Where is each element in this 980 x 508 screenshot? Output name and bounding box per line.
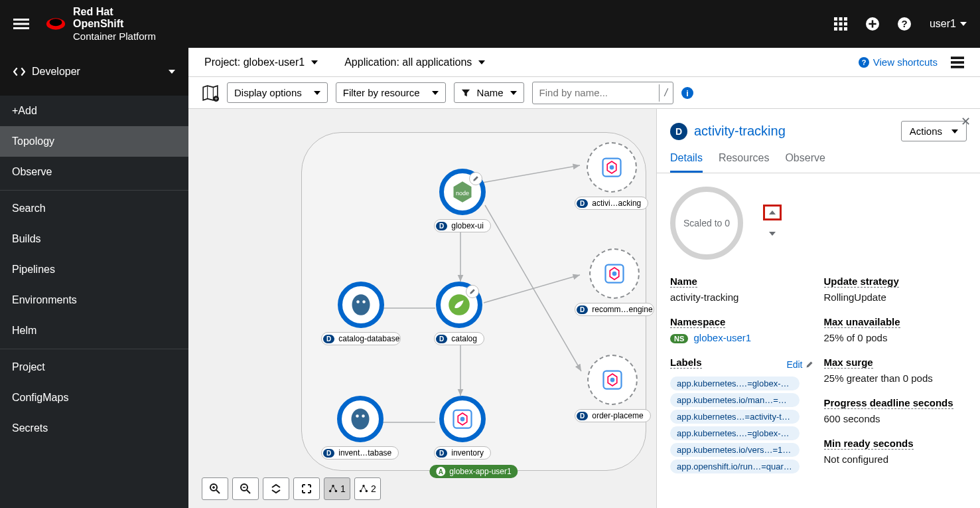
topology-node-inventory-database[interactable]: Dinvent…tabase bbox=[321, 396, 399, 460]
help-icon[interactable]: ? bbox=[898, 17, 911, 31]
nav-item-topology[interactable]: Topology bbox=[0, 126, 188, 157]
node-label: Dcatalog bbox=[434, 332, 484, 345]
label-chip[interactable]: app.kubernetes.…=globex-ap… bbox=[670, 426, 800, 440]
info-icon[interactable]: i bbox=[681, 87, 693, 99]
svg-rect-9 bbox=[839, 23, 842, 26]
min-ready-value: Not configured bbox=[824, 454, 967, 465]
nav-item--add[interactable]: +Add bbox=[0, 96, 188, 126]
max-unavailable-value: 25% of 0 pods bbox=[824, 332, 967, 343]
nav-item-environments[interactable]: Environments bbox=[0, 285, 188, 315]
hamburger-menu[interactable] bbox=[13, 16, 29, 32]
tab-observe[interactable]: Observe bbox=[785, 152, 825, 173]
layout-1-label: 1 bbox=[340, 483, 346, 494]
brand-line2: OpenShift bbox=[73, 18, 123, 29]
project-label: Project: globex-user1 bbox=[204, 56, 305, 68]
svg-text:?: ? bbox=[861, 58, 866, 66]
name-filter-dropdown[interactable]: Name bbox=[454, 82, 524, 103]
progress-deadline-label: Progress deadline seconds bbox=[824, 397, 953, 409]
shortcuts-label: View shortcuts bbox=[873, 56, 938, 68]
nav-item-project[interactable]: Project bbox=[0, 352, 188, 382]
caret-down-icon bbox=[478, 60, 485, 64]
caret-down-icon bbox=[314, 91, 320, 95]
scale-up-button[interactable] bbox=[763, 205, 782, 220]
search-input[interactable] bbox=[533, 87, 659, 98]
svg-line-67 bbox=[364, 486, 366, 491]
group-name: globex-app-user1 bbox=[449, 467, 511, 476]
pod-ring-text: Scaled to 0 bbox=[683, 218, 730, 228]
node-label: Dglobex-ui bbox=[434, 219, 491, 232]
topology-node-recommendation-engine[interactable]: Drecomm…engine bbox=[575, 248, 654, 316]
project-selector[interactable]: Project: globex-user1 bbox=[204, 56, 318, 68]
close-panel-button[interactable]: ✕ bbox=[961, 114, 971, 129]
nav-item-search[interactable]: Search bbox=[0, 193, 188, 224]
namespace-link[interactable]: globex-user1 bbox=[693, 332, 751, 343]
label-chip[interactable]: app.kubernetes…=activity-tr… bbox=[670, 410, 800, 424]
caret-down-icon bbox=[510, 91, 517, 95]
svg-rect-13 bbox=[844, 27, 847, 31]
tab-resources[interactable]: Resources bbox=[719, 152, 769, 173]
svg-line-66 bbox=[361, 486, 364, 491]
edit-decorator[interactable] bbox=[469, 172, 482, 185]
svg-point-46 bbox=[351, 408, 369, 430]
svg-rect-2 bbox=[13, 27, 29, 29]
name-label: Name bbox=[670, 276, 697, 288]
svg-text:i: i bbox=[686, 88, 688, 98]
svg-point-47 bbox=[356, 414, 359, 418]
perspective-switcher[interactable]: Developer bbox=[0, 48, 188, 96]
label-chip[interactable]: app.kubernetes.…=globex-a… bbox=[670, 377, 800, 390]
label-chip[interactable]: app.kubernetes.io/vers…=1.0… bbox=[670, 443, 800, 457]
edit-labels-button[interactable]: Edit bbox=[786, 359, 813, 370]
view-shortcuts[interactable]: ? View shortcuts bbox=[859, 56, 938, 68]
group-label: A globex-app-user1 bbox=[429, 465, 518, 478]
fit-button[interactable] bbox=[263, 477, 289, 500]
display-options-label: Display options bbox=[234, 87, 302, 98]
nav-item-builds[interactable]: Builds bbox=[0, 224, 188, 254]
plus-icon[interactable] bbox=[866, 17, 879, 31]
label-chip[interactable]: app.kubernetes.io/man…=H… bbox=[670, 393, 800, 407]
min-ready-label: Min ready seconds bbox=[824, 438, 914, 450]
reset-view-button[interactable] bbox=[293, 477, 320, 500]
layout-2-label: 2 bbox=[371, 483, 376, 494]
svg-text:node: node bbox=[456, 190, 469, 197]
nav-item-configmaps[interactable]: ConfigMaps bbox=[0, 382, 188, 413]
filter-by-resource-dropdown[interactable]: Filter by resource bbox=[336, 82, 446, 103]
nav-item-helm[interactable]: Helm bbox=[0, 315, 188, 346]
nav-item-observe[interactable]: Observe bbox=[0, 157, 188, 187]
edit-decorator[interactable] bbox=[466, 285, 479, 298]
update-strategy-label: Update strategy bbox=[824, 276, 899, 288]
zoom-out-button[interactable] bbox=[232, 477, 259, 500]
topology-node-catalog[interactable]: Dcatalog bbox=[434, 282, 484, 345]
zoom-in-button[interactable] bbox=[202, 477, 228, 500]
pod-ring: Scaled to 0 bbox=[670, 187, 743, 260]
list-view-icon[interactable] bbox=[951, 56, 964, 69]
label-chip[interactable]: app.openshift.io/run…=quar… bbox=[670, 460, 800, 473]
scale-down-button[interactable] bbox=[763, 226, 782, 242]
node-label: Dinvent…tabase bbox=[321, 446, 399, 460]
user-menu[interactable]: user1 bbox=[930, 18, 967, 30]
user-name: user1 bbox=[930, 18, 956, 30]
topology-node-order-placement[interactable]: Dorder-placeme bbox=[575, 355, 651, 422]
brand-line3: Container Platform bbox=[73, 31, 156, 42]
map-icon[interactable]: + bbox=[202, 84, 219, 102]
svg-point-45 bbox=[460, 417, 465, 422]
application-selector[interactable]: Application: all applications bbox=[344, 56, 485, 68]
kbd-hint: / bbox=[659, 84, 673, 102]
apps-icon[interactable] bbox=[834, 17, 847, 31]
display-options-dropdown[interactable]: Display options bbox=[227, 82, 328, 103]
topology-node-globex-ui[interactable]: nodeDglobex-ui bbox=[434, 169, 491, 232]
actions-dropdown[interactable]: Actions bbox=[901, 121, 967, 141]
nav-item-secrets[interactable]: Secrets bbox=[0, 413, 188, 444]
topology-node-catalog-database[interactable]: Dcatalog-database bbox=[321, 282, 401, 345]
tab-details[interactable]: Details bbox=[670, 152, 703, 173]
topology-node-inventory[interactable]: Dinventory bbox=[434, 396, 491, 460]
pencil-icon bbox=[805, 361, 813, 369]
nav-item-pipelines[interactable]: Pipelines bbox=[0, 254, 188, 285]
svg-point-39 bbox=[352, 294, 370, 315]
topology-node-activity-tracking[interactable]: Dactivi…acking bbox=[575, 142, 648, 210]
layout-2-button[interactable]: 2 bbox=[354, 477, 381, 500]
panel-title[interactable]: D activity-tracking bbox=[670, 123, 786, 140]
svg-point-37 bbox=[609, 165, 614, 170]
svg-point-4 bbox=[50, 19, 62, 26]
max-surge-value: 25% greater than 0 pods bbox=[824, 373, 967, 384]
layout-1-button[interactable]: 1 bbox=[324, 477, 350, 500]
